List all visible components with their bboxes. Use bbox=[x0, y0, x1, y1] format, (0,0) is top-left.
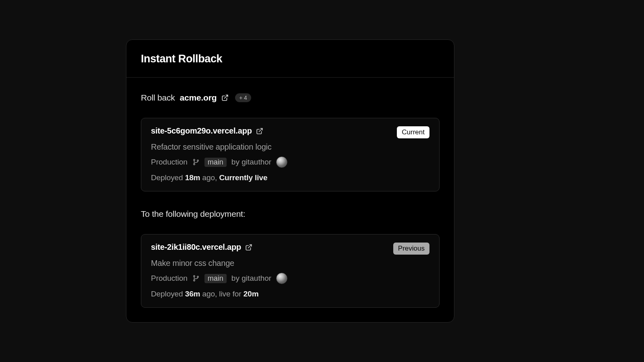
current-deployment-card: site-5c6gom29o.vercel.app Current Refact… bbox=[141, 118, 440, 191]
deployed-mid: ago, live for bbox=[202, 290, 242, 298]
svg-line-1 bbox=[259, 128, 262, 132]
previous-deployment-card[interactable]: site-2ik1ii80c.vercel.app Previous Make … bbox=[141, 234, 440, 308]
meta-row: Production main by gitauthor bbox=[151, 273, 429, 284]
deployment-url[interactable]: site-2ik1ii80c.vercel.app bbox=[151, 243, 241, 252]
svg-line-5 bbox=[248, 245, 252, 248]
svg-line-0 bbox=[225, 95, 228, 98]
external-link-icon[interactable] bbox=[256, 128, 263, 135]
git-branch-icon bbox=[192, 158, 200, 166]
extra-domains-badge[interactable]: + 4 bbox=[235, 93, 251, 102]
git-branch-icon bbox=[192, 275, 200, 282]
rollback-target-line: Roll back acme.org + 4 bbox=[141, 93, 440, 103]
status-badge-current: Current bbox=[397, 126, 429, 138]
deployed-age: 36m bbox=[185, 290, 200, 298]
deployed-prefix: Deployed bbox=[151, 173, 183, 182]
live-duration: 20m bbox=[244, 290, 259, 298]
commit-message: Refactor sensitive application logic bbox=[151, 142, 429, 152]
deploy-status-line: Deployed 18m ago, Currently live bbox=[151, 173, 429, 182]
target-section-label: To the following deployment: bbox=[141, 209, 440, 219]
live-status: Currently live bbox=[219, 173, 267, 182]
branch-name: main bbox=[204, 274, 227, 283]
deploy-status-line: Deployed 36m ago, live for 20m bbox=[151, 290, 429, 298]
author-name: gitauthor bbox=[242, 274, 271, 282]
status-badge-previous: Previous bbox=[393, 243, 429, 255]
author-avatar bbox=[276, 156, 287, 168]
author-line: by gitauthor bbox=[231, 274, 271, 283]
environment-label: Production bbox=[151, 158, 188, 167]
rollback-dialog: Instant Rollback Roll back acme.org + 4 … bbox=[126, 39, 454, 323]
author-line: by gitauthor bbox=[231, 158, 271, 167]
dialog-body: Roll back acme.org + 4 site-5c6gom29o.ve… bbox=[126, 78, 454, 322]
deployment-url[interactable]: site-5c6gom29o.vercel.app bbox=[151, 126, 252, 136]
external-link-icon[interactable] bbox=[245, 244, 252, 251]
external-link-icon[interactable] bbox=[221, 94, 229, 101]
card-head: site-5c6gom29o.vercel.app Current bbox=[151, 126, 429, 138]
card-url-row: site-2ik1ii80c.vercel.app bbox=[151, 243, 252, 252]
deployed-suffix: ago, bbox=[202, 173, 217, 182]
author-avatar bbox=[276, 273, 287, 284]
author-name: gitauthor bbox=[242, 158, 271, 166]
rollback-domain[interactable]: acme.org bbox=[180, 93, 217, 103]
card-head: site-2ik1ii80c.vercel.app Previous bbox=[151, 243, 429, 255]
environment-label: Production bbox=[151, 274, 188, 283]
card-url-row: site-5c6gom29o.vercel.app bbox=[151, 126, 263, 136]
meta-row: Production main by gitauthor bbox=[151, 156, 429, 168]
dialog-header: Instant Rollback bbox=[126, 40, 454, 78]
branch-name: main bbox=[204, 158, 227, 167]
author-prefix: by bbox=[231, 158, 239, 166]
deployed-age: 18m bbox=[185, 173, 200, 182]
commit-message: Make minor css change bbox=[151, 259, 429, 268]
author-prefix: by bbox=[231, 274, 239, 282]
dialog-title: Instant Rollback bbox=[141, 53, 440, 65]
deployed-prefix: Deployed bbox=[151, 290, 183, 298]
rollback-prefix: Roll back bbox=[141, 93, 175, 103]
